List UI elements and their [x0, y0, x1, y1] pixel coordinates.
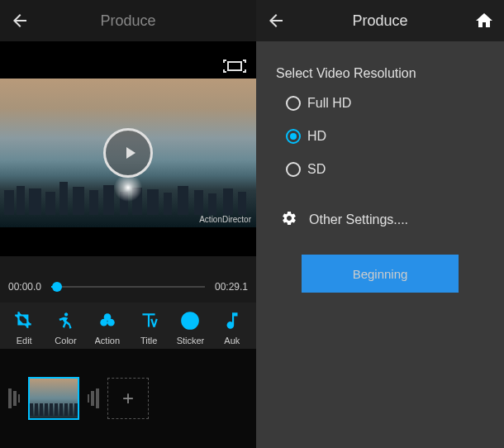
tool-label: Action: [95, 336, 121, 346]
scrubber: 00:00.0 00:29.1: [0, 256, 256, 303]
tool-label: Color: [55, 336, 76, 346]
svg-rect-0: [228, 62, 241, 70]
runner-icon: [54, 309, 77, 332]
right-header: Produce: [256, 0, 504, 41]
tool-edit[interactable]: Edit: [3, 309, 45, 346]
fullscreen-icon[interactable]: [223, 58, 246, 74]
produce-body: Select Video Resolution Full HD HD SD Ot…: [256, 41, 504, 448]
smiley-icon: [178, 309, 202, 332]
time-end: 00:29.1: [210, 281, 248, 293]
svg-rect-8: [13, 391, 17, 406]
radio-sd[interactable]: SD: [286, 162, 484, 177]
tool-sticker[interactable]: Sticker: [169, 309, 211, 346]
tool-color[interactable]: Color: [45, 309, 86, 346]
time-start: 00:00.0: [8, 281, 46, 293]
left-title: Produce: [30, 12, 226, 30]
play-button[interactable]: [103, 128, 153, 178]
svg-point-6: [193, 318, 194, 320]
clip-handle-right-icon[interactable]: [88, 386, 99, 411]
clover-icon: [96, 309, 119, 332]
svg-point-4: [183, 312, 199, 329]
gear-icon: [281, 210, 297, 230]
other-settings-row[interactable]: Other Settings....: [276, 210, 484, 230]
right-title: Produce: [286, 12, 474, 30]
text-icon: [137, 309, 160, 332]
radio-label: HD: [307, 129, 326, 144]
radio-icon: [286, 96, 301, 111]
svg-rect-7: [8, 388, 12, 408]
svg-point-3: [107, 319, 115, 326]
music-icon: [221, 309, 244, 332]
resolution-options: Full HD HD SD: [276, 96, 484, 177]
svg-rect-11: [91, 391, 94, 406]
toolbar: Edit Color Action Title Sticker: [0, 303, 256, 349]
other-settings-label: Other Settings....: [309, 212, 408, 227]
clip-thumbnail[interactable]: [28, 377, 79, 420]
scrubber-track[interactable]: [51, 286, 205, 288]
add-clip-button[interactable]: +: [107, 378, 149, 419]
radio-icon: [286, 162, 301, 177]
radio-label: SD: [307, 162, 326, 177]
video-frame[interactable]: ActionDirector: [0, 79, 256, 227]
tool-label: Title: [140, 336, 157, 346]
tool-audio[interactable]: Auk: [212, 309, 253, 346]
home-icon[interactable]: [474, 11, 494, 31]
back-icon[interactable]: [10, 11, 30, 31]
radio-icon-selected: [286, 129, 301, 144]
left-header: Produce: [0, 0, 256, 41]
plus-icon: +: [122, 387, 134, 410]
radio-fullhd[interactable]: Full HD: [286, 96, 484, 111]
editor-panel: Produce ActionDirector: [0, 0, 256, 448]
tool-title[interactable]: Title: [128, 309, 169, 346]
produce-panel: Produce Select Video Resolution Full HD …: [256, 0, 504, 448]
scrubber-thumb[interactable]: [52, 282, 62, 292]
svg-rect-12: [96, 388, 99, 408]
video-preview: ActionDirector: [0, 41, 256, 256]
tool-action[interactable]: Action: [87, 309, 128, 346]
tool-label: Edit: [17, 336, 32, 346]
radio-label: Full HD: [307, 96, 351, 111]
svg-point-5: [187, 318, 188, 320]
svg-rect-9: [18, 394, 20, 403]
button-label: Beginning: [353, 267, 408, 281]
svg-rect-10: [88, 394, 89, 403]
clips-timeline: +: [0, 349, 256, 448]
svg-point-2: [100, 319, 107, 326]
beginning-button[interactable]: Beginning: [302, 255, 459, 293]
tool-label: Auk: [224, 336, 240, 346]
resolution-title: Select Video Resolution: [276, 66, 484, 81]
clip-handle-left-icon[interactable]: [8, 386, 20, 411]
back-icon[interactable]: [266, 11, 286, 31]
crop-icon: [12, 309, 36, 332]
tool-label: Sticker: [177, 336, 205, 346]
radio-hd[interactable]: HD: [286, 129, 484, 144]
watermark: ActionDirector: [199, 215, 251, 224]
